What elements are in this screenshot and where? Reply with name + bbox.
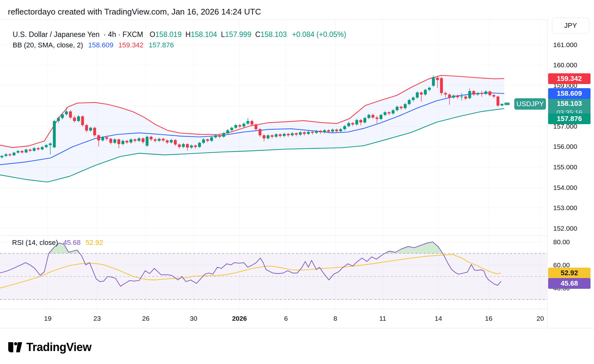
symbol-meta: · 4h · FXCM (103, 30, 143, 39)
bb-legend[interactable]: BB (20, SMA, close, 2) 158.609 159.342 1… (13, 41, 177, 49)
price-axis-tick: 161.000 (553, 41, 577, 49)
time-axis[interactable]: 1923263020266811141620 (0, 309, 547, 328)
price-pane-canvas[interactable] (0, 20, 547, 235)
tradingview-logo-icon (8, 342, 22, 352)
tradingview-logo-text: TradingView (26, 341, 91, 354)
ohlc-low-key: L (221, 30, 225, 39)
rsi-value-label: 45.68 (548, 278, 591, 289)
bb-upper-value: 159.342 (118, 41, 144, 49)
bb-basis-price-label: 158.609 (548, 88, 591, 99)
currency-toggle-button[interactable]: JPY (552, 18, 589, 33)
ohlc-change: +0.084 (+0.05%) (292, 30, 346, 39)
rsi-line-value: 45.68 (63, 239, 81, 246)
ohlc-open-key: O (150, 30, 155, 39)
rsi-legend[interactable]: RSI (14, close) 45.68 52.92 (12, 239, 106, 247)
bb-lower-value: 157.876 (149, 41, 174, 49)
symbol-title[interactable]: U.S. Dollar / Japanese Yen (13, 30, 100, 39)
time-axis-label: 19 (44, 315, 51, 322)
ohlc-high-value: 158.104 (191, 30, 217, 39)
attribution-text: reflectordayo created with TradingView.c… (8, 7, 261, 17)
rsi-axis-tick: 80.00 (553, 238, 570, 246)
tradingview-logo[interactable]: TradingView (8, 341, 91, 354)
time-axis-label: 23 (93, 315, 101, 322)
time-axis-label: 8 (333, 315, 337, 322)
time-axis-label: 26 (142, 315, 149, 322)
bb-basis-value: 158.609 (88, 41, 114, 49)
rsi-ma-label: 52.92 (548, 268, 591, 278)
price-axis-tick: 153.000 (553, 204, 577, 212)
time-axis-label: 6 (284, 315, 288, 322)
bb-upper-price-label: 159.342 (548, 73, 591, 84)
rsi-ma-value: 52.92 (86, 239, 103, 246)
time-axis-label: 16 (485, 315, 492, 322)
ohlc-low-value: 157.999 (225, 30, 251, 39)
price-axis-tick: 156.000 (553, 143, 577, 150)
bb-lower-price-label: 157.876 (548, 113, 591, 124)
price-axis[interactable]: JPY 161.000160.000159.000158.000157.0001… (547, 20, 594, 328)
symbol-price-tag: USDJPY (514, 98, 546, 110)
rsi-legend-label[interactable]: RSI (14, close) (12, 239, 58, 246)
price-axis-tick: 152.000 (553, 225, 577, 232)
ohlc-high-key: H (185, 30, 191, 39)
time-axis-label: 20 (536, 315, 544, 322)
ohlc-open-value: 158.019 (155, 30, 182, 39)
last-price-value: 158.103 (557, 99, 582, 108)
time-axis-label: 30 (190, 315, 197, 322)
ohlc-close-key: C (255, 30, 261, 39)
time-axis-label: 11 (379, 315, 386, 322)
price-axis-tick: 154.000 (553, 184, 577, 191)
time-axis-label: 2026 (232, 315, 247, 322)
ohlc-close-value: 158.103 (260, 30, 287, 39)
price-axis-tick: 160.000 (553, 61, 577, 69)
time-axis-label: 14 (435, 315, 442, 322)
chart-bottom-border (0, 328, 594, 328)
bb-legend-label[interactable]: BB (20, SMA, close, 2) (13, 41, 83, 49)
symbol-legend[interactable]: U.S. Dollar / Japanese Yen · 4h · FXCM O… (13, 30, 348, 39)
price-axis-tick: 155.000 (553, 163, 577, 171)
tradingview-screenshot: reflectordayo created with TradingView.c… (0, 0, 594, 364)
